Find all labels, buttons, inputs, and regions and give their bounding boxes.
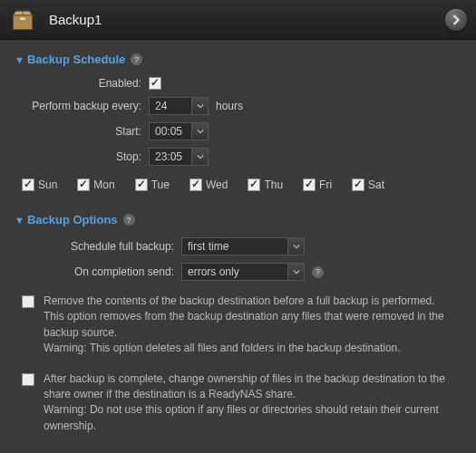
chevron-down-icon <box>287 264 304 280</box>
panel-header: Backup1 <box>0 0 476 40</box>
full-backup-label: Schedule full backup: <box>15 240 181 253</box>
section-label: Backup Schedule <box>27 53 125 66</box>
full-backup-select[interactable]: first time <box>181 237 305 255</box>
day-wed[interactable]: Wed <box>189 178 228 191</box>
remove-contents-text: Remove the contents of the backup destin… <box>44 294 454 357</box>
section-header-options[interactable]: ▼ Backup Options ? <box>15 213 461 226</box>
svg-rect-4 <box>15 8 31 11</box>
section-label: Backup Options <box>27 213 118 226</box>
start-select[interactable]: 00:05 <box>149 122 209 140</box>
option-remove-contents: Remove the contents of the backup destin… <box>15 288 461 362</box>
day-thu[interactable]: Thu <box>248 178 283 191</box>
chevron-down-icon <box>287 238 304 255</box>
every-label: Perform backup every: <box>15 100 149 112</box>
svg-rect-0 <box>14 14 33 29</box>
day-mon[interactable]: Mon <box>77 178 114 191</box>
option-change-owner: After backup is complete, change ownersh… <box>15 366 461 440</box>
chevron-down-icon <box>191 149 208 165</box>
every-suffix: hours <box>216 100 243 112</box>
enabled-checkbox[interactable] <box>149 77 161 90</box>
enabled-label: Enabled: <box>15 77 149 90</box>
day-fri[interactable]: Fri <box>303 178 332 191</box>
stop-select[interactable]: 23:05 <box>149 148 209 166</box>
send-label: On completion send: <box>15 265 181 278</box>
day-sat[interactable]: Sat <box>352 178 384 191</box>
change-owner-text: After backup is complete, change ownersh… <box>44 371 454 435</box>
next-arrow-button[interactable] <box>445 9 467 31</box>
help-icon[interactable]: ? <box>312 266 324 278</box>
change-owner-checkbox[interactable] <box>22 373 34 386</box>
remove-contents-checkbox[interactable] <box>22 295 34 308</box>
days-row: Sun Mon Tue Wed Thu Fri Sat <box>15 173 461 197</box>
collapse-triangle-icon: ▼ <box>15 54 24 65</box>
day-tue[interactable]: Tue <box>135 178 170 191</box>
section-header-schedule[interactable]: ▼ Backup Schedule ? <box>15 53 461 66</box>
send-select[interactable]: errors only <box>181 263 305 281</box>
chevron-down-icon <box>191 98 208 114</box>
start-label: Start: <box>15 125 149 138</box>
backup-box-icon <box>9 6 36 34</box>
help-icon[interactable]: ? <box>131 53 142 65</box>
collapse-triangle-icon: ▼ <box>15 215 24 226</box>
day-sun[interactable]: Sun <box>22 178 57 191</box>
chevron-down-icon <box>191 123 208 140</box>
svg-rect-3 <box>20 17 24 20</box>
every-select[interactable]: 24 <box>149 97 209 115</box>
page-title: Backup1 <box>49 12 445 27</box>
stop-label: Stop: <box>15 150 149 163</box>
help-icon[interactable]: ? <box>123 214 135 226</box>
